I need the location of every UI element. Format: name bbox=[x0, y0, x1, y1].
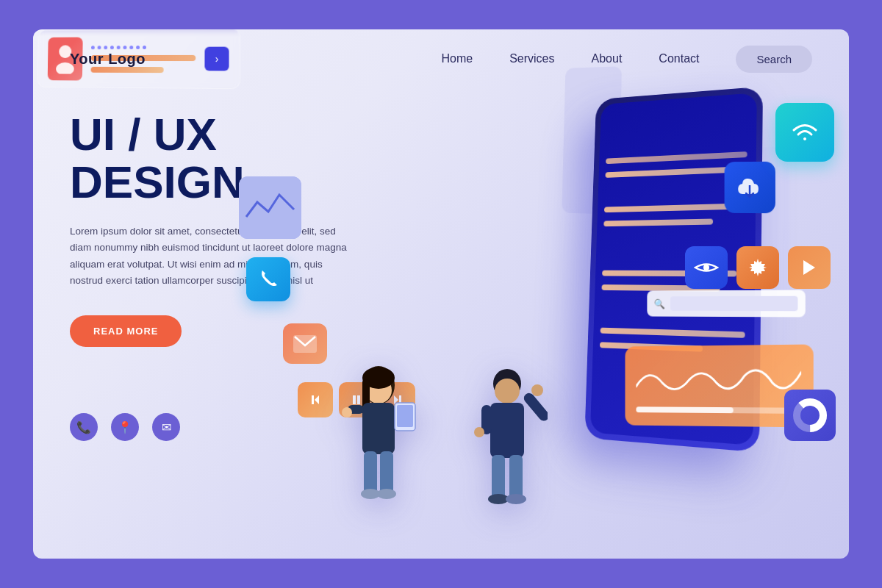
svg-point-25 bbox=[342, 407, 352, 417]
nav-services[interactable]: Services bbox=[509, 52, 554, 65]
progress-bar bbox=[636, 406, 801, 414]
search-button[interactable]: Search bbox=[736, 46, 812, 73]
hero-description: Lorem ipsum dolor sit amet, consectetuer… bbox=[70, 223, 349, 289]
phone-contact-icon[interactable]: 📞 bbox=[70, 413, 98, 441]
svg-point-35 bbox=[531, 384, 543, 396]
nav-contact[interactable]: Contact bbox=[659, 52, 699, 65]
search-bar-float[interactable]: 🔍 bbox=[647, 290, 805, 317]
play-icon-card bbox=[788, 246, 831, 289]
svg-rect-38 bbox=[509, 455, 523, 501]
person-2-illustration bbox=[467, 365, 548, 529]
location-contact-icon[interactable]: 📍 bbox=[111, 413, 139, 441]
svg-rect-32 bbox=[490, 403, 524, 458]
logo: Your Logo bbox=[70, 51, 146, 68]
eye-icon-card bbox=[685, 246, 728, 289]
search-bar-inner bbox=[670, 296, 797, 312]
person-1-illustration bbox=[334, 365, 423, 529]
svg-rect-9 bbox=[312, 395, 314, 404]
nav-home[interactable]: Home bbox=[441, 52, 473, 65]
thumbnail-card bbox=[239, 176, 301, 239]
phone-icon-card bbox=[246, 257, 290, 301]
svg-marker-8 bbox=[315, 395, 319, 404]
nav-about[interactable]: About bbox=[592, 52, 623, 65]
svg-rect-37 bbox=[492, 455, 505, 501]
hero-title: UI / UX DESIGN bbox=[70, 110, 386, 206]
svg-rect-33 bbox=[522, 391, 548, 423]
svg-rect-24 bbox=[397, 405, 413, 427]
wifi-card bbox=[775, 103, 834, 162]
svg-point-36 bbox=[474, 427, 484, 437]
gear-icon-card bbox=[736, 246, 779, 289]
svg-point-31 bbox=[495, 379, 520, 404]
search-icon: 🔍 bbox=[654, 298, 665, 309]
read-more-button[interactable]: READ MORE bbox=[70, 315, 182, 347]
mail-contact-icon[interactable]: ✉ bbox=[152, 413, 180, 441]
svg-point-40 bbox=[506, 494, 526, 504]
navbar: Your Logo Home Services About Contact Se… bbox=[33, 29, 849, 88]
nav-links: Home Services About Contact Search bbox=[441, 46, 812, 73]
cloud-download-card bbox=[725, 162, 775, 214]
mail-icon-card bbox=[283, 323, 327, 364]
svg-point-4 bbox=[703, 265, 709, 270]
svg-marker-6 bbox=[803, 260, 815, 275]
pie-chart-card bbox=[784, 390, 836, 441]
svg-point-29 bbox=[377, 489, 396, 499]
page-wrapper: Your Logo Home Services About Contact Se… bbox=[33, 29, 849, 559]
rewind-button[interactable] bbox=[298, 382, 333, 417]
svg-rect-20 bbox=[362, 403, 395, 454]
svg-point-39 bbox=[488, 494, 509, 504]
